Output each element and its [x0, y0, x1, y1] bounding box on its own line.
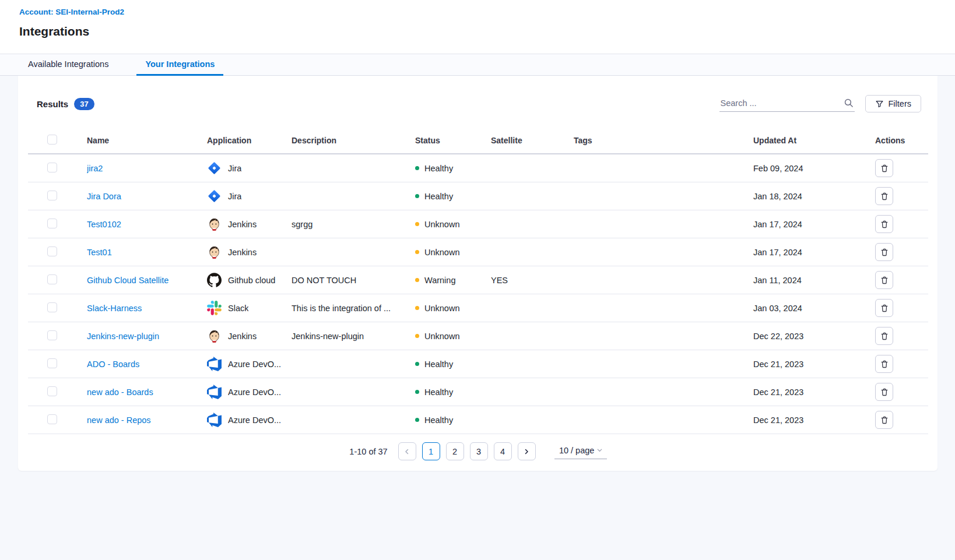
- status-cell: Healthy: [415, 415, 491, 425]
- row-checkbox[interactable]: [47, 246, 57, 256]
- row-checkbox[interactable]: [47, 219, 57, 228]
- page-number-button[interactable]: 3: [470, 442, 488, 460]
- application-cell: Jira: [207, 161, 292, 175]
- name-cell: Github Cloud Satellite: [87, 276, 207, 285]
- account-breadcrumb-link[interactable]: Account: SEI-Internal-Prod2: [19, 8, 124, 16]
- application-label: Azure DevO...: [228, 388, 281, 397]
- satellite-cell: YES: [491, 276, 574, 285]
- page-number-button[interactable]: 4: [494, 442, 512, 460]
- integration-name-link[interactable]: ADO - Boards: [87, 360, 201, 369]
- jira-icon: [207, 189, 222, 203]
- tab-your-integrations[interactable]: Your Integrations: [136, 54, 223, 76]
- trash-icon: [880, 248, 889, 257]
- delete-integration-button[interactable]: [875, 215, 893, 233]
- name-cell: Slack-Harness: [87, 304, 207, 313]
- integration-name-link[interactable]: new ado - Repos: [87, 415, 201, 425]
- integration-name-link[interactable]: new ado - Boards: [87, 388, 201, 397]
- row-checkbox[interactable]: [47, 163, 57, 172]
- status-cell: Unknown: [415, 332, 491, 341]
- trash-icon: [880, 332, 889, 341]
- application-label: Jenkins: [228, 248, 257, 257]
- status-dot: [415, 390, 419, 394]
- trash-icon: [880, 388, 889, 397]
- delete-integration-button[interactable]: [875, 243, 893, 261]
- toolbar-right: Filters: [719, 95, 921, 112]
- actions-cell: [875, 159, 928, 177]
- application-label: Azure DevO...: [228, 415, 281, 425]
- application-label: Azure DevO...: [228, 360, 281, 369]
- updated-at-cell: Feb 09, 2024: [753, 164, 875, 173]
- table-header-row: Name Application Description Status Sate…: [28, 128, 928, 154]
- integration-name-link[interactable]: Github Cloud Satellite: [87, 276, 201, 285]
- application-label: Slack: [228, 304, 248, 313]
- actions-cell: [875, 411, 928, 429]
- row-checkbox-cell: [28, 219, 87, 230]
- integration-name-link[interactable]: jira2: [87, 164, 201, 173]
- prev-page-button[interactable]: [398, 442, 416, 460]
- column-header-description: Description: [292, 136, 415, 145]
- application-label: Jenkins: [228, 332, 257, 341]
- row-checkbox-cell: [28, 302, 87, 314]
- select-all-checkbox[interactable]: [47, 135, 57, 145]
- row-checkbox[interactable]: [47, 358, 57, 368]
- toolbar: Results 37 Filters: [28, 95, 928, 112]
- row-checkbox[interactable]: [47, 386, 57, 396]
- page-number-button[interactable]: 1: [422, 442, 440, 460]
- delete-integration-button[interactable]: [875, 187, 893, 205]
- row-checkbox[interactable]: [47, 414, 57, 424]
- delete-integration-button[interactable]: [875, 271, 893, 289]
- status-dot: [415, 250, 419, 254]
- status-label: Healthy: [424, 415, 453, 425]
- jenkins-icon: [207, 329, 222, 343]
- azure-devops-icon: [207, 413, 222, 427]
- delete-integration-button[interactable]: [875, 383, 893, 401]
- column-header-satellite: Satellite: [491, 136, 574, 145]
- application-label: Jira: [228, 192, 241, 201]
- search-input[interactable]: [719, 96, 855, 112]
- status-dot: [415, 278, 419, 282]
- next-page-button[interactable]: [518, 442, 536, 460]
- status-label: Unknown: [424, 220, 459, 229]
- row-checkbox-cell: [28, 386, 87, 398]
- delete-integration-button[interactable]: [875, 327, 893, 345]
- status-dot: [415, 306, 419, 310]
- integration-name-link[interactable]: Jira Dora: [87, 192, 201, 201]
- integration-name-link[interactable]: Test0102: [87, 220, 201, 229]
- description-cell: DO NOT TOUCH: [292, 276, 415, 285]
- page-title: Integrations: [19, 24, 955, 38]
- updated-at-cell: Jan 11, 2024: [753, 276, 875, 285]
- tab-available-integrations[interactable]: Available Integrations: [19, 54, 117, 76]
- page-size-select[interactable]: 10 / page: [554, 444, 607, 459]
- jira-icon: [207, 161, 222, 175]
- table-row: new ado - Boards: [28, 378, 928, 406]
- trash-icon: [880, 220, 889, 229]
- row-checkbox[interactable]: [47, 330, 57, 340]
- row-checkbox[interactable]: [47, 274, 57, 284]
- row-checkbox[interactable]: [47, 302, 57, 312]
- status-label: Unknown: [424, 248, 459, 257]
- delete-integration-button[interactable]: [875, 411, 893, 429]
- integration-name-link[interactable]: Slack-Harness: [87, 304, 201, 313]
- name-cell: Test0102: [87, 220, 207, 229]
- page-number-button[interactable]: 2: [446, 442, 464, 460]
- status-dot: [415, 194, 419, 198]
- status-cell: Warning: [415, 276, 491, 285]
- application-label: Github cloud: [228, 276, 275, 285]
- status-label: Healthy: [424, 164, 453, 173]
- filter-funnel-icon: [875, 100, 884, 108]
- name-cell: new ado - Repos: [87, 415, 207, 425]
- integration-name-link[interactable]: Test01: [87, 248, 201, 257]
- github-icon: [207, 273, 222, 287]
- status-label: Warning: [424, 276, 455, 285]
- status-dot: [415, 334, 419, 338]
- delete-integration-button[interactable]: [875, 159, 893, 177]
- delete-integration-button[interactable]: [875, 299, 893, 317]
- trash-icon: [880, 304, 889, 313]
- row-checkbox-cell: [28, 330, 87, 342]
- filters-button[interactable]: Filters: [865, 95, 921, 112]
- row-checkbox[interactable]: [47, 191, 57, 200]
- integration-name-link[interactable]: Jenkins-new-plugin: [87, 332, 201, 341]
- actions-cell: [875, 215, 928, 233]
- filters-button-label: Filters: [889, 99, 911, 108]
- delete-integration-button[interactable]: [875, 355, 893, 373]
